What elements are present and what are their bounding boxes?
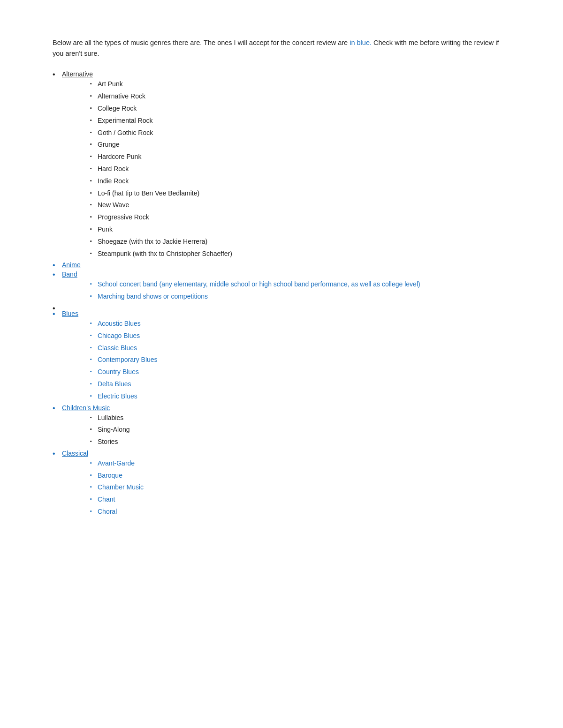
- subcategory-label-0-12: Punk: [98, 225, 113, 233]
- subcategory-item-0-6: Hardcore Punk: [90, 151, 510, 163]
- subcategory-list-2: School concert band (any elementary, mid…: [62, 279, 510, 302]
- subcategory-item-6-1: Baroque: [90, 470, 510, 481]
- subcategory-label-4-3: Contemporary Blues: [98, 356, 158, 363]
- subcategory-item-4-1: Chicago Blues: [90, 330, 510, 342]
- subcategory-item-0-12: Punk: [90, 224, 510, 235]
- category-item-4: BluesAcoustic BluesChicago BluesClassic …: [53, 310, 510, 402]
- subcategory-item-6-4: Choral: [90, 506, 510, 518]
- category-label-5: Children's Music: [62, 404, 110, 412]
- subcategory-label-2-1: Marching band shows or competitions: [98, 293, 208, 300]
- subcategory-item-4-3: Contemporary Blues: [90, 354, 510, 366]
- subcategory-item-0-8: Indie Rock: [90, 176, 510, 187]
- subcategory-label-4-2: Classic Blues: [98, 344, 137, 352]
- subcategory-label-0-10: New Wave: [98, 201, 129, 209]
- subcategory-item-5-2: Stories: [90, 436, 510, 448]
- subcategory-label-6-1: Baroque: [98, 472, 122, 479]
- subcategory-list-4: Acoustic BluesChicago BluesClassic Blues…: [62, 318, 510, 402]
- category-label-6: Classical: [62, 450, 88, 457]
- subcategory-item-0-14: Steampunk (with thx to Christopher Schae…: [90, 248, 510, 260]
- subcategory-label-6-2: Chamber Music: [98, 483, 144, 491]
- category-item-1: Anime: [53, 261, 510, 269]
- intro-paragraph: Below are all the types of music genres …: [53, 38, 510, 59]
- spacer-item: [53, 304, 510, 310]
- subcategory-label-0-5: Grunge: [98, 141, 120, 148]
- intro-blue-link: in blue.: [350, 39, 372, 46]
- subcategory-item-0-2: College Rock: [90, 103, 510, 114]
- subcategory-label-5-2: Stories: [98, 438, 118, 445]
- subcategory-item-0-13: Shoegaze (with thx to Jackie Herrera): [90, 236, 510, 248]
- subcategory-label-4-1: Chicago Blues: [98, 332, 140, 339]
- category-label-4: Blues: [62, 310, 78, 317]
- subcategory-label-0-1: Alternative Rock: [98, 92, 145, 100]
- subcategory-item-0-5: Grunge: [90, 139, 510, 150]
- subcategory-label-0-9: Lo-fi (hat tip to Ben Vee Bedlamite): [98, 189, 199, 197]
- subcategory-item-6-3: Chant: [90, 494, 510, 505]
- subcategory-item-0-11: Progressive Rock: [90, 212, 510, 223]
- category-item-2: BandSchool concert band (any elementary,…: [53, 270, 510, 302]
- subcategory-item-4-2: Classic Blues: [90, 343, 510, 354]
- subcategory-item-2-1: Marching band shows or competitions: [90, 291, 510, 302]
- subcategory-label-0-11: Progressive Rock: [98, 213, 149, 221]
- subcategory-label-0-8: Indie Rock: [98, 177, 129, 185]
- subcategory-label-4-5: Delta Blues: [98, 380, 131, 388]
- subcategory-item-6-0: Avant-Garde: [90, 458, 510, 469]
- subcategory-label-0-6: Hardcore Punk: [98, 153, 141, 160]
- subcategory-item-0-9: Lo-fi (hat tip to Ben Vee Bedlamite): [90, 188, 510, 199]
- subcategory-label-2-0: School concert band (any elementary, mid…: [98, 280, 420, 288]
- subcategory-label-0-3: Experimental Rock: [98, 117, 153, 124]
- subcategory-item-0-4: Goth / Gothic Rock: [90, 128, 510, 139]
- subcategory-item-0-1: Alternative Rock: [90, 91, 510, 102]
- subcategory-item-4-0: Acoustic Blues: [90, 318, 510, 330]
- subcategory-item-0-3: Experimental Rock: [90, 115, 510, 127]
- subcategory-item-4-4: Country Blues: [90, 367, 510, 378]
- subcategory-label-5-0: Lullabies: [98, 414, 123, 421]
- category-label-1: Anime: [62, 261, 81, 269]
- subcategory-label-0-13: Shoegaze (with thx to Jackie Herrera): [98, 238, 207, 245]
- intro-text-before: Below are all the types of music genres …: [53, 39, 350, 46]
- category-item-5: Children's MusicLullabiesSing-AlongStori…: [53, 404, 510, 448]
- category-label-2: Band: [62, 270, 77, 278]
- category-label-0: Alternative: [62, 70, 93, 78]
- subcategory-label-4-6: Electric Blues: [98, 392, 137, 400]
- subcategory-item-4-5: Delta Blues: [90, 379, 510, 390]
- subcategory-label-4-4: Country Blues: [98, 368, 139, 375]
- subcategory-label-0-4: Goth / Gothic Rock: [98, 129, 153, 136]
- subcategory-label-6-4: Choral: [98, 508, 117, 515]
- subcategory-list-0: Art PunkAlternative RockCollege RockExpe…: [62, 79, 510, 259]
- subcategory-list-6: Avant-GardeBaroqueChamber MusicChantChor…: [62, 458, 510, 518]
- subcategory-label-0-14: Steampunk (with thx to Christopher Schae…: [98, 250, 232, 257]
- genre-list: AlternativeArt PunkAlternative RockColle…: [53, 70, 510, 518]
- subcategory-item-0-7: Hard Rock: [90, 164, 510, 175]
- subcategory-label-6-0: Avant-Garde: [98, 459, 135, 467]
- category-item-0: AlternativeArt PunkAlternative RockColle…: [53, 70, 510, 259]
- subcategory-label-6-3: Chant: [98, 495, 115, 503]
- subcategory-label-4-0: Acoustic Blues: [98, 320, 141, 327]
- subcategory-item-0-0: Art Punk: [90, 79, 510, 90]
- subcategory-item-5-0: Lullabies: [90, 413, 510, 424]
- subcategory-label-0-2: College Rock: [98, 105, 137, 112]
- subcategory-label-0-0: Art Punk: [98, 80, 123, 88]
- subcategory-label-5-1: Sing-Along: [98, 426, 130, 433]
- subcategory-item-0-10: New Wave: [90, 200, 510, 211]
- subcategory-item-4-6: Electric Blues: [90, 391, 510, 402]
- subcategory-item-6-2: Chamber Music: [90, 482, 510, 493]
- subcategory-label-0-7: Hard Rock: [98, 165, 129, 173]
- subcategory-item-2-0: School concert band (any elementary, mid…: [90, 279, 510, 290]
- subcategory-list-5: LullabiesSing-AlongStories: [62, 413, 510, 448]
- category-item-6: ClassicalAvant-GardeBaroqueChamber Music…: [53, 450, 510, 518]
- subcategory-item-5-1: Sing-Along: [90, 424, 510, 435]
